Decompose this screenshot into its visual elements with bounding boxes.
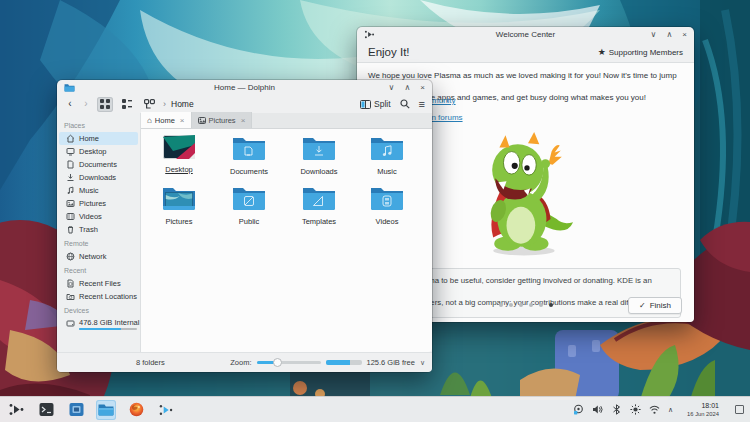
sidebar-item-trash[interactable]: Trash	[59, 223, 138, 236]
dolphin-titlebar[interactable]: Home — Dolphin ∨ ∧ ×	[57, 80, 432, 95]
folder-icon	[232, 185, 266, 211]
file-item-templates[interactable]: Templates	[287, 185, 351, 226]
folder-icon	[370, 185, 404, 211]
wifi-tray-icon[interactable]	[649, 404, 660, 415]
back-button[interactable]: ‹	[64, 96, 76, 112]
sidebar-label: Network	[79, 252, 107, 261]
page-dot[interactable]	[499, 303, 503, 307]
page-title: Enjoy It!	[368, 46, 410, 58]
sidebar-item-videos[interactable]: Videos	[59, 210, 138, 223]
file-item-downloads[interactable]: Downloads	[287, 135, 351, 176]
folder-icon	[302, 135, 336, 161]
folder-with-photo-icon	[162, 185, 196, 211]
close-icon[interactable]: ×	[420, 80, 425, 95]
sidebar-label: Recent Locations	[79, 292, 137, 301]
details-view-button[interactable]	[141, 97, 157, 112]
breadcrumb-location[interactable]: Home	[171, 99, 194, 109]
device-usage-bar	[79, 328, 137, 330]
file-label: Downloads	[287, 167, 351, 176]
tray-expand-icon[interactable]: ∧	[668, 406, 673, 414]
file-item-documents[interactable]: Documents	[217, 135, 281, 176]
file-item-desktop[interactable]: Desktop	[147, 135, 211, 174]
maximize-icon[interactable]: ∧	[404, 80, 410, 95]
task-konsole[interactable]	[36, 400, 56, 420]
image-icon	[198, 117, 206, 124]
zoom-slider-handle[interactable]	[273, 358, 282, 367]
digital-clock[interactable]: 18:01 16 Jun 2024	[687, 402, 719, 418]
sidebar-item-desktop[interactable]: Desktop	[59, 145, 138, 158]
tab-pictures[interactable]: Pictures ×	[192, 112, 253, 128]
sidebar-item-recent-locations[interactable]: Recent Locations	[59, 290, 138, 303]
dolphin-window: Home — Dolphin ∨ ∧ × ‹ › › Home	[57, 80, 432, 372]
task-system-app[interactable]	[66, 400, 86, 420]
welcome-titlebar[interactable]: Welcome Center ∨ ∧ ×	[357, 27, 694, 42]
split-view-button[interactable]: Split	[360, 99, 391, 109]
supporting-members-button[interactable]: ★ Supporting Members	[598, 47, 683, 57]
forward-button[interactable]: ›	[80, 96, 92, 112]
minimize-icon[interactable]: ∨	[651, 27, 657, 42]
sidebar-item-music[interactable]: Music	[59, 184, 138, 197]
page-indicator-dots[interactable]	[499, 303, 553, 307]
folder-icon	[302, 185, 336, 211]
tab-close-icon[interactable]: ×	[180, 116, 185, 125]
sidebar-label: Desktop	[79, 147, 107, 156]
icons-view-button[interactable]	[97, 97, 113, 112]
sidebar-item-network[interactable]: Network	[59, 250, 138, 263]
media-player-tray-icon[interactable]	[573, 404, 584, 415]
tab-home-label: Home	[155, 116, 175, 125]
maximize-icon[interactable]: ∧	[666, 27, 672, 42]
trash-icon	[66, 225, 75, 234]
sidebar-item-home[interactable]: Home	[59, 132, 138, 145]
bluetooth-tray-icon[interactable]	[611, 404, 622, 415]
show-desktop-button[interactable]	[735, 405, 744, 414]
file-item-public[interactable]: Public	[217, 185, 281, 226]
brightness-tray-icon[interactable]	[630, 404, 641, 415]
sidebar-label: Music	[79, 186, 99, 195]
minimize-icon[interactable]: ∨	[389, 80, 395, 95]
folder-view[interactable]: Desktop Documents Downloads	[141, 129, 432, 352]
plasma-panel: ∧ 18:01 16 Jun 2024	[0, 396, 750, 422]
file-item-music[interactable]: Music	[355, 135, 419, 176]
blue-app-icon	[69, 402, 84, 417]
page-dot[interactable]	[519, 303, 523, 307]
file-label: Music	[355, 167, 419, 176]
section-devices: Devices	[57, 303, 140, 317]
close-icon[interactable]: ×	[682, 27, 687, 42]
page-dot[interactable]	[529, 303, 533, 307]
file-item-pictures[interactable]: Pictures	[147, 185, 211, 226]
zoom-label: Zoom:	[230, 358, 251, 367]
tab-close-icon[interactable]: ×	[241, 116, 246, 125]
statusbar-chevron-icon[interactable]: ∨	[420, 359, 425, 367]
split-label: Split	[374, 99, 391, 109]
page-dot[interactable]	[539, 303, 543, 307]
icons-view-icon	[100, 99, 110, 109]
file-item-videos[interactable]: Videos	[355, 185, 419, 226]
sidebar-item-downloads[interactable]: Downloads	[59, 171, 138, 184]
page-dot-active[interactable]	[549, 303, 553, 307]
menu-hamburger-icon[interactable]: ≡	[419, 99, 425, 109]
sidebar-item-internal-drive[interactable]: 476.8 GiB Internal…	[59, 317, 138, 330]
terminal-app-icon	[39, 402, 54, 417]
application-launcher-button[interactable]	[6, 400, 26, 420]
desktop: Welcome Center ∨ ∧ × Enjoy It! ★ Support…	[0, 0, 750, 422]
welcome-page-header: Enjoy It! ★ Supporting Members	[357, 42, 694, 63]
file-label: Documents	[217, 167, 281, 176]
finish-button[interactable]: ✓ Finish	[628, 297, 682, 314]
task-welcome-center[interactable]	[156, 400, 176, 420]
sidebar-item-documents[interactable]: Documents	[59, 158, 138, 171]
details-view-icon	[144, 99, 155, 109]
search-icon[interactable]	[400, 99, 410, 109]
page-dot[interactable]	[509, 303, 513, 307]
home-icon	[66, 134, 75, 143]
finish-label: Finish	[650, 301, 671, 310]
sidebar-label: Videos	[79, 212, 102, 221]
sidebar-item-recent-files[interactable]: Recent Files	[59, 277, 138, 290]
file-label: Pictures	[147, 217, 211, 226]
zoom-slider[interactable]	[257, 361, 321, 364]
compact-view-button[interactable]	[119, 97, 135, 112]
tab-home[interactable]: ⌂ Home ×	[141, 112, 192, 128]
volume-tray-icon[interactable]	[592, 404, 603, 415]
sidebar-item-pictures[interactable]: Pictures	[59, 197, 138, 210]
task-firefox[interactable]	[126, 400, 146, 420]
task-dolphin[interactable]	[96, 400, 116, 420]
